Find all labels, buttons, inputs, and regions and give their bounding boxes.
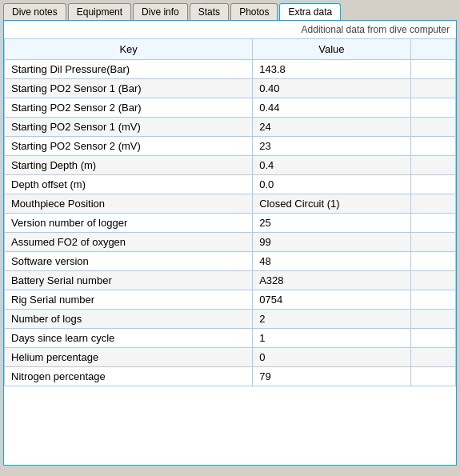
row-extra bbox=[410, 367, 455, 386]
col-header-key: Key bbox=[5, 39, 253, 60]
row-key: Nitrogen percentage bbox=[5, 367, 253, 386]
tab-stats[interactable]: Stats bbox=[190, 3, 229, 20]
table-row: Starting Depth (m)0.4 bbox=[5, 156, 456, 175]
col-header-extra bbox=[410, 39, 455, 60]
row-key: Helium percentage bbox=[5, 348, 253, 367]
extra-data-table: Key Value Starting Dil Pressure(Bar)143.… bbox=[4, 38, 456, 386]
row-value: 99 bbox=[253, 233, 410, 252]
row-extra bbox=[410, 329, 455, 348]
row-value: 79 bbox=[253, 367, 410, 386]
row-value: 23 bbox=[253, 137, 410, 156]
row-key: Starting PO2 Sensor 1 (mV) bbox=[5, 118, 253, 137]
table-row: Assumed FO2 of oxygen99 bbox=[5, 233, 456, 252]
table-row: Mouthpiece PositionClosed Circuit (1) bbox=[5, 194, 456, 214]
table-row: Battery Serial numberA328 bbox=[5, 271, 456, 290]
row-value: 25 bbox=[253, 214, 410, 233]
tab-extra-data[interactable]: Extra data bbox=[279, 3, 341, 20]
row-value: 0754 bbox=[253, 290, 410, 310]
row-value: 0.4 bbox=[253, 156, 410, 175]
row-key: Starting Depth (m) bbox=[5, 156, 253, 175]
row-key: Depth offset (m) bbox=[5, 175, 253, 194]
row-key: Battery Serial number bbox=[5, 271, 253, 290]
tab-equipment[interactable]: Equipment bbox=[68, 3, 131, 20]
row-extra bbox=[410, 310, 455, 329]
row-extra bbox=[410, 233, 455, 252]
row-value: 143.8 bbox=[253, 60, 410, 79]
row-extra bbox=[410, 118, 455, 137]
row-value: 0.40 bbox=[253, 79, 410, 98]
table-row: Depth offset (m)0.0 bbox=[5, 175, 456, 194]
row-extra bbox=[410, 290, 455, 310]
row-key: Starting PO2 Sensor 2 (mV) bbox=[5, 137, 253, 156]
row-value: 0.44 bbox=[253, 98, 410, 118]
row-key: Mouthpiece Position bbox=[5, 194, 253, 214]
tab-bar: Dive notesEquipmentDive infoStatsPhotosE… bbox=[0, 0, 460, 20]
row-value: 0 bbox=[253, 348, 410, 367]
row-extra bbox=[410, 79, 455, 98]
row-key: Assumed FO2 of oxygen bbox=[5, 233, 253, 252]
row-key: Rig Serial number bbox=[5, 290, 253, 310]
row-extra bbox=[410, 271, 455, 290]
table-row: Starting PO2 Sensor 2 (mV)23 bbox=[5, 137, 456, 156]
table-row: Starting PO2 Sensor 2 (Bar)0.44 bbox=[5, 98, 456, 118]
table-row: Starting Dil Pressure(Bar)143.8 bbox=[5, 60, 456, 79]
table-row: Version number of logger25 bbox=[5, 214, 456, 233]
tab-photos[interactable]: Photos bbox=[230, 3, 278, 20]
row-value: A328 bbox=[253, 271, 410, 290]
row-value: 2 bbox=[253, 310, 410, 329]
col-header-value: Value bbox=[253, 39, 410, 60]
row-extra bbox=[410, 137, 455, 156]
tab-dive-info[interactable]: Dive info bbox=[133, 3, 188, 20]
content-area: Additional data from dive computer Key V… bbox=[3, 20, 457, 466]
row-extra bbox=[410, 175, 455, 194]
table-row: Software version48 bbox=[5, 252, 456, 271]
row-extra bbox=[410, 156, 455, 175]
row-key: Starting Dil Pressure(Bar) bbox=[5, 60, 253, 79]
row-key: Starting PO2 Sensor 2 (Bar) bbox=[5, 98, 253, 118]
table-row: Days since learn cycle1 bbox=[5, 329, 456, 348]
table-row: Number of logs2 bbox=[5, 310, 456, 329]
row-extra bbox=[410, 252, 455, 271]
row-extra bbox=[410, 214, 455, 233]
table-row: Rig Serial number0754 bbox=[5, 290, 456, 310]
row-value: 24 bbox=[253, 118, 410, 137]
subtitle: Additional data from dive computer bbox=[4, 21, 456, 38]
table-row: Helium percentage0 bbox=[5, 348, 456, 367]
row-value: 48 bbox=[253, 252, 410, 271]
table-row: Nitrogen percentage79 bbox=[5, 367, 456, 386]
row-extra bbox=[410, 98, 455, 118]
row-value: 1 bbox=[253, 329, 410, 348]
table-row: Starting PO2 Sensor 1 (Bar)0.40 bbox=[5, 79, 456, 98]
row-key: Software version bbox=[5, 252, 253, 271]
row-key: Starting PO2 Sensor 1 (Bar) bbox=[5, 79, 253, 98]
table-row: Starting PO2 Sensor 1 (mV)24 bbox=[5, 118, 456, 137]
row-value: Closed Circuit (1) bbox=[253, 194, 410, 214]
table-container[interactable]: Key Value Starting Dil Pressure(Bar)143.… bbox=[4, 38, 456, 460]
row-key: Days since learn cycle bbox=[5, 329, 253, 348]
row-value: 0.0 bbox=[253, 175, 410, 194]
tab-dive-notes[interactable]: Dive notes bbox=[3, 3, 66, 20]
row-extra bbox=[410, 60, 455, 79]
row-key: Number of logs bbox=[5, 310, 253, 329]
row-extra bbox=[410, 194, 455, 214]
row-key: Version number of logger bbox=[5, 214, 253, 233]
row-extra bbox=[410, 348, 455, 367]
